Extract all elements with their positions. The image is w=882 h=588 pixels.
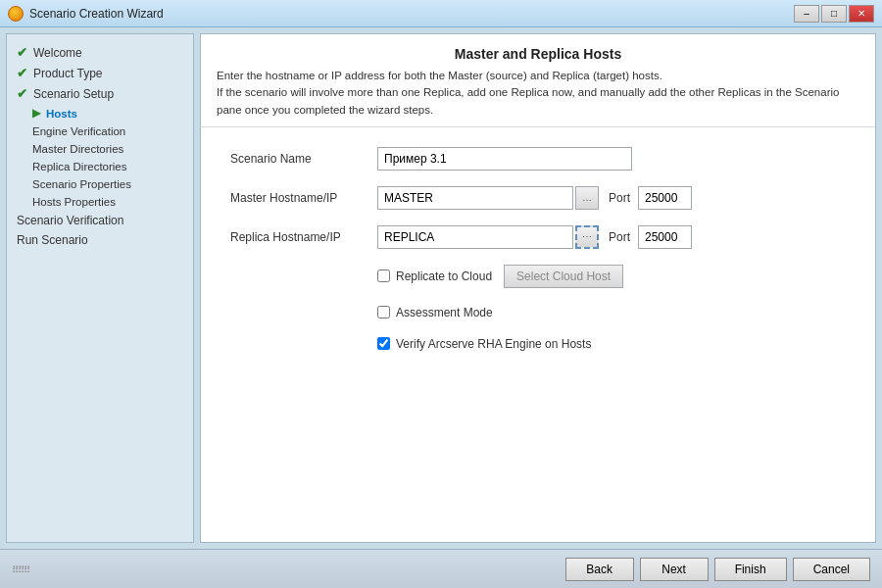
next-button[interactable]: Next [640, 558, 709, 581]
sidebar-label-engine-verification: Engine Verification [32, 125, 125, 137]
master-browse-button[interactable]: … [575, 186, 599, 210]
sidebar-label-scenario-verification: Scenario Verification [17, 214, 123, 227]
sidebar-item-scenario-setup[interactable]: ✔ Scenario Setup [7, 83, 193, 104]
replicate-cloud-row: Replicate to Cloud Select Cloud Host [230, 265, 846, 288]
replica-host-row: Replica Hostname/IP ⋯ Port [230, 225, 846, 249]
sidebar-item-run-scenario[interactable]: Run Scenario [7, 230, 193, 250]
assessment-mode-checkbox[interactable] [377, 306, 390, 318]
verify-engine-label[interactable]: Verify Arcserve RHA Engine on Hosts [396, 337, 591, 351]
back-button[interactable]: Back [565, 558, 634, 581]
sidebar-item-scenario-properties[interactable]: Scenario Properties [7, 175, 193, 193]
replica-port-input[interactable] [638, 225, 692, 249]
master-port-input[interactable] [638, 186, 692, 210]
app-icon [8, 6, 24, 22]
maximize-button[interactable]: □ [821, 5, 847, 23]
sidebar-label-replica-directories: Replica Directories [32, 161, 127, 172]
content-title: Master and Replica Hosts [217, 46, 859, 62]
verify-engine-row: Verify Arcserve RHA Engine on Hosts [230, 337, 846, 351]
sidebar: ✔ Welcome ✔ Product Type ✔ Scenario Setu… [6, 33, 194, 543]
scenario-name-label: Scenario Name [230, 152, 377, 166]
content-body: Scenario Name Master Hostname/IP … Port … [201, 127, 875, 542]
window-controls: – □ ✕ [794, 5, 874, 23]
replica-host-label: Replica Hostname/IP [230, 230, 377, 244]
master-host-label: Master Hostname/IP [230, 191, 377, 205]
sidebar-item-hosts-properties[interactable]: Hosts Properties [7, 193, 193, 211]
sidebar-label-scenario-setup: Scenario Setup [33, 87, 114, 101]
content-area: Master and Replica Hosts Enter the hostn… [200, 33, 876, 543]
replica-port-label: Port [609, 230, 630, 244]
sidebar-item-product-type[interactable]: ✔ Product Type [7, 63, 193, 83]
master-port-label: Port [609, 191, 630, 205]
sidebar-label-hosts: Hosts [46, 108, 77, 120]
sidebar-item-scenario-verification[interactable]: Scenario Verification [7, 211, 193, 230]
replicate-to-cloud-checkbox[interactable] [377, 270, 390, 282]
sidebar-item-hosts[interactable]: ▶ Hosts [7, 104, 193, 122]
replica-hostname-input[interactable] [377, 225, 573, 249]
grip-dots: ⠿⠿⠿ [12, 564, 29, 575]
master-hostname-input[interactable] [377, 186, 573, 210]
main-container: ✔ Welcome ✔ Product Type ✔ Scenario Setu… [0, 27, 882, 549]
finish-button[interactable]: Finish [714, 558, 787, 581]
cancel-button[interactable]: Cancel [793, 558, 870, 581]
check-icon-welcome: ✔ [17, 45, 27, 60]
scenario-name-row: Scenario Name [230, 147, 846, 171]
sidebar-label-scenario-properties: Scenario Properties [32, 178, 131, 190]
sidebar-label-product-type: Product Type [33, 67, 103, 80]
sidebar-item-engine-verification[interactable]: Engine Verification [7, 122, 193, 140]
bottom-bar-left: ⠿⠿⠿ [12, 563, 560, 576]
master-host-row: Master Hostname/IP … Port [230, 186, 846, 210]
sidebar-label-hosts-properties: Hosts Properties [32, 196, 116, 208]
sidebar-item-replica-directories[interactable]: Replica Directories [7, 158, 193, 175]
assessment-mode-label[interactable]: Assessment Mode [396, 306, 493, 319]
content-description: Enter the hostname or IP address for bot… [217, 68, 859, 119]
minimize-button[interactable]: – [794, 5, 819, 23]
sidebar-item-master-directories[interactable]: Master Directories [7, 140, 193, 158]
arrow-icon-hosts: ▶ [32, 107, 40, 120]
title-bar-left: Scenario Creation Wizard [8, 6, 164, 22]
scenario-name-input[interactable] [377, 147, 632, 171]
select-cloud-host-button[interactable]: Select Cloud Host [504, 265, 623, 288]
verify-engine-checkbox[interactable] [377, 337, 390, 350]
sidebar-label-master-directories: Master Directories [32, 143, 123, 155]
sidebar-label-run-scenario: Run Scenario [17, 233, 88, 247]
replicate-to-cloud-label[interactable]: Replicate to Cloud [396, 270, 492, 283]
sidebar-label-welcome: Welcome [33, 46, 82, 60]
assessment-mode-row: Assessment Mode [230, 306, 846, 319]
bottom-bar: ⠿⠿⠿ Back Next Finish Cancel [0, 549, 882, 588]
close-button[interactable]: ✕ [849, 5, 874, 23]
content-header: Master and Replica Hosts Enter the hostn… [201, 34, 875, 127]
title-bar: Scenario Creation Wizard – □ ✕ [0, 0, 882, 27]
check-icon-scenario-setup: ✔ [17, 86, 27, 101]
check-icon-product-type: ✔ [17, 66, 27, 80]
replica-browse-button[interactable]: ⋯ [575, 225, 599, 249]
window-title: Scenario Creation Wizard [29, 7, 164, 21]
sidebar-item-welcome[interactable]: ✔ Welcome [7, 42, 193, 63]
